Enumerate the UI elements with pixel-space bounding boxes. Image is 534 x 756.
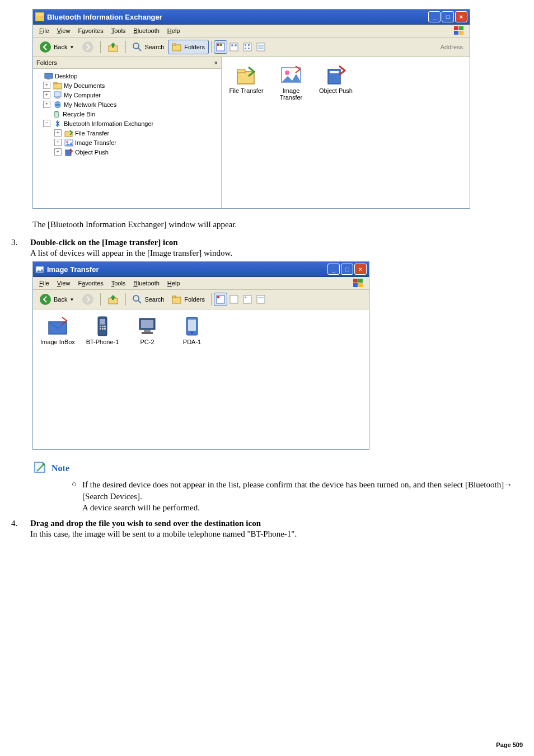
content-pane[interactable]: Image InBox BT-Phone-1 PC-2 PDA-1 (33, 309, 369, 449)
back-button[interactable]: Back▼ (35, 39, 78, 55)
titlebar[interactable]: Image Transfer _ □ × (33, 262, 369, 277)
step-4-title: Drag and drop the file you wish to send … (30, 519, 261, 528)
svg-rect-12 (172, 44, 176, 45)
view-mode-3-button[interactable] (241, 293, 254, 306)
menubar: File View Favorites Tools Bluetooth Help (33, 25, 470, 37)
device-pda-1[interactable]: PDA-1 (172, 315, 212, 345)
svg-rect-52 (358, 283, 363, 287)
svg-rect-1 (36, 16, 44, 21)
address-label: Address (441, 44, 467, 50)
forward-button[interactable] (78, 291, 98, 308)
menubar: File View Favorites Tools Bluetooth Help (33, 277, 369, 290)
tree-recycle[interactable]: Recycle Bin (34, 109, 220, 119)
tree-image-transfer[interactable]: +Image Transfer (34, 138, 220, 147)
svg-rect-59 (172, 296, 176, 298)
svg-rect-74 (102, 328, 104, 330)
svg-point-45 (285, 71, 289, 75)
folders-button[interactable]: Folders (168, 292, 209, 307)
svg-point-40 (66, 141, 68, 143)
forward-button[interactable] (78, 39, 98, 55)
folders-button[interactable]: Folders (168, 40, 209, 54)
menu-tools[interactable]: Tools (107, 26, 130, 35)
note-block: Note If the desired device does not appe… (32, 460, 523, 513)
folder-tree[interactable]: Desktop +My Documents +My Computer +My N… (33, 69, 221, 208)
view-mode-2-button[interactable] (227, 40, 241, 54)
svg-point-34 (54, 101, 61, 108)
svg-rect-78 (144, 330, 151, 332)
window-title: Image Transfer (47, 265, 327, 274)
svg-rect-4 (454, 31, 458, 35)
svg-rect-61 (217, 296, 219, 298)
menu-help[interactable]: Help (163, 26, 184, 35)
view-mode-4-button[interactable] (254, 40, 268, 54)
svg-rect-64 (245, 297, 246, 298)
tree-mycomp[interactable]: +My Computer (34, 90, 220, 100)
back-button[interactable]: Back▼ (35, 291, 78, 308)
close-button[interactable]: × (354, 264, 367, 275)
image-inbox-icon[interactable]: Image InBox (38, 315, 78, 345)
svg-rect-5 (459, 31, 463, 35)
close-pane-button[interactable]: × (214, 59, 218, 66)
minimize-button[interactable]: _ (428, 11, 441, 22)
menu-file[interactable]: File (35, 26, 53, 35)
tree-btix[interactable]: −Bluetooth Information Exchanger (34, 119, 220, 128)
menu-favorites[interactable]: Favorites (74, 279, 107, 288)
menu-file[interactable]: File (35, 279, 53, 288)
folders-pane-header: Folders × (33, 57, 221, 69)
folders-pane: Folders × Desktop +My Documents +My Comp… (33, 57, 222, 208)
device-pc-2[interactable]: PC-2 (127, 315, 167, 345)
tree-mynet[interactable]: +My Network Places (34, 100, 220, 109)
minimize-button[interactable]: _ (327, 264, 340, 275)
svg-rect-73 (100, 328, 101, 330)
svg-rect-70 (100, 326, 101, 327)
content-pane[interactable]: File Transfer Image Transfer Object Push (222, 57, 470, 208)
note-text-2: A device search will be performed. (82, 503, 200, 512)
menu-bluetooth[interactable]: Bluetooth (129, 26, 163, 35)
up-button[interactable] (103, 291, 123, 308)
view-mode-2-button[interactable] (227, 293, 241, 306)
svg-rect-32 (54, 92, 61, 97)
close-button[interactable]: × (455, 11, 467, 22)
view-mode-1-button[interactable] (214, 40, 227, 54)
titlebar[interactable]: Bluetooth Information Exchanger _ □ × (33, 10, 470, 25)
svg-rect-69 (100, 319, 105, 325)
image-transfer-icon[interactable]: Image Transfer (271, 64, 311, 101)
tree-object-push[interactable]: +Object Push (34, 147, 220, 157)
menu-tools[interactable]: Tools (107, 279, 130, 288)
search-button[interactable]: Search (128, 40, 168, 54)
tree-file-transfer[interactable]: +File Transfer (34, 128, 220, 138)
svg-rect-29 (47, 78, 50, 79)
maximize-button[interactable]: □ (442, 11, 454, 22)
menu-help[interactable]: Help (163, 279, 184, 288)
step-3-title: Double-click on the [Image transfer] ico… (30, 238, 178, 247)
search-button[interactable]: Search (128, 292, 168, 307)
svg-rect-22 (245, 48, 246, 49)
file-transfer-icon[interactable]: File Transfer (226, 64, 266, 94)
svg-rect-14 (217, 44, 219, 46)
svg-rect-2 (454, 26, 458, 30)
svg-point-83 (43, 463, 45, 466)
view-mode-1-button[interactable] (214, 293, 227, 306)
toolbar: Back▼ Search Folders Address (33, 37, 470, 57)
menu-view[interactable]: View (53, 26, 74, 35)
step-3: 3. Double-click on the [Image transfer] … (11, 238, 523, 247)
svg-line-57 (138, 300, 141, 303)
view-mode-4-button[interactable] (254, 293, 268, 306)
svg-point-7 (82, 41, 93, 53)
up-button[interactable] (103, 39, 123, 55)
menu-bluetooth[interactable]: Bluetooth (129, 279, 163, 288)
maximize-button[interactable]: □ (341, 264, 353, 275)
svg-rect-47 (330, 71, 339, 73)
menu-favorites[interactable]: Favorites (74, 26, 107, 35)
object-push-icon[interactable]: Object Push (316, 64, 356, 94)
svg-rect-51 (353, 283, 358, 287)
tree-mydocs[interactable]: +My Documents (34, 81, 220, 90)
svg-point-18 (235, 44, 237, 46)
svg-point-53 (40, 294, 51, 305)
device-bt-phone-1[interactable]: BT-Phone-1 (82, 315, 123, 345)
svg-rect-3 (459, 26, 463, 30)
menu-view[interactable]: View (53, 279, 74, 288)
view-mode-3-button[interactable] (241, 40, 254, 54)
tree-desktop[interactable]: Desktop (34, 71, 220, 81)
folders-pane-title: Folders (36, 59, 57, 66)
